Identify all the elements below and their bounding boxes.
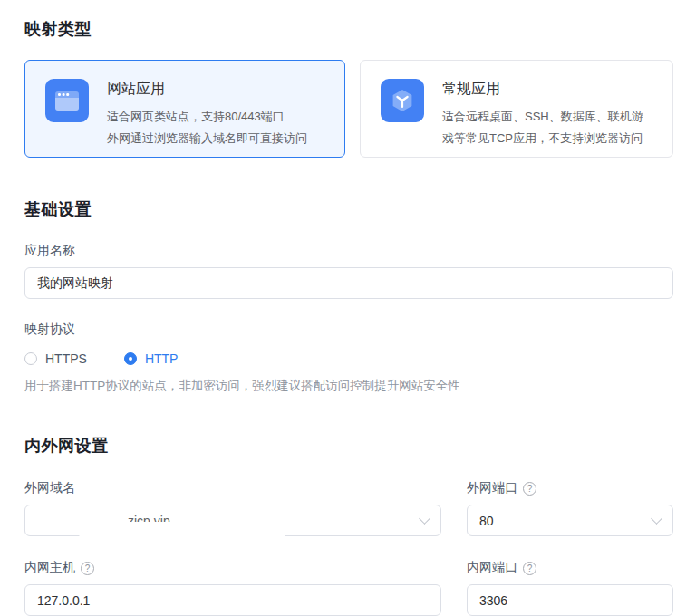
internal-host-input[interactable] bbox=[24, 584, 441, 616]
internal-port-input[interactable] bbox=[467, 584, 673, 616]
help-icon[interactable]: ? bbox=[523, 562, 536, 575]
chevron-down-icon bbox=[419, 513, 430, 525]
mapping-type-cards: 网站应用 适合网页类站点，支持80/443端口 外网通过浏览器输入域名即可直接访… bbox=[24, 60, 673, 158]
mapping-type-card-website[interactable]: 网站应用 适合网页类站点，支持80/443端口 外网通过浏览器输入域名即可直接访… bbox=[24, 60, 345, 158]
radio-http[interactable]: HTTP bbox=[124, 351, 179, 366]
help-icon[interactable]: ? bbox=[523, 482, 536, 496]
card-desc-general: 适合远程桌面、SSH、数据库、联机游 戏等常见TCP应用，不支持浏览器访问 bbox=[442, 106, 643, 149]
network-settings-grid: 外网域名 zicp.vip 外网端口 ? 80 内网主机 bbox=[24, 457, 673, 616]
mapping-type-card-general[interactable]: 常规应用 适合远程桌面、SSH、数据库、联机游 戏等常见TCP应用，不支持浏览器… bbox=[360, 60, 673, 158]
external-port-value: 80 bbox=[479, 514, 494, 528]
external-port-label: 外网端口 ? bbox=[467, 480, 673, 496]
internal-port-label: 内网端口 ? bbox=[467, 560, 673, 576]
external-domain-select[interactable]: zicp.vip bbox=[24, 505, 441, 536]
redaction-blur bbox=[127, 503, 249, 510]
browser-window-icon bbox=[45, 79, 89, 122]
radio-unchecked-icon bbox=[24, 352, 37, 365]
external-domain-label: 外网域名 bbox=[24, 480, 441, 496]
app-name-label: 应用名称 bbox=[24, 243, 673, 259]
section-title-basic-settings: 基础设置 bbox=[24, 198, 673, 220]
section-title-network-settings: 内外网设置 bbox=[24, 435, 673, 457]
card-title-general: 常规应用 bbox=[442, 80, 643, 99]
radio-checked-icon bbox=[124, 352, 137, 365]
redaction-blur bbox=[78, 522, 286, 537]
hexagon-y-icon bbox=[381, 79, 424, 122]
internal-host-label: 内网主机 ? bbox=[24, 560, 441, 576]
protocol-radio-group: HTTPS HTTP bbox=[24, 351, 673, 366]
card-desc-website: 适合网页类站点，支持80/443端口 外网通过浏览器输入域名即可直接访问 bbox=[107, 106, 307, 149]
external-port-select[interactable]: 80 bbox=[467, 505, 673, 536]
mapping-config-page: 映射类型 网站应用 适合网页类站点，支持80/443端口 外网通过浏览器输入域名… bbox=[0, 0, 696, 616]
section-title-mapping-type: 映射类型 bbox=[24, 18, 673, 40]
help-icon[interactable]: ? bbox=[81, 562, 94, 575]
protocol-hint: 用于搭建HTTP协议的站点，非加密访问，强烈建议搭配访问控制提升网站安全性 bbox=[24, 378, 673, 394]
app-name-input[interactable] bbox=[24, 267, 673, 299]
radio-https[interactable]: HTTPS bbox=[24, 351, 87, 366]
protocol-label: 映射协议 bbox=[24, 322, 673, 338]
card-title-website: 网站应用 bbox=[107, 80, 307, 99]
chevron-down-icon bbox=[651, 513, 662, 525]
